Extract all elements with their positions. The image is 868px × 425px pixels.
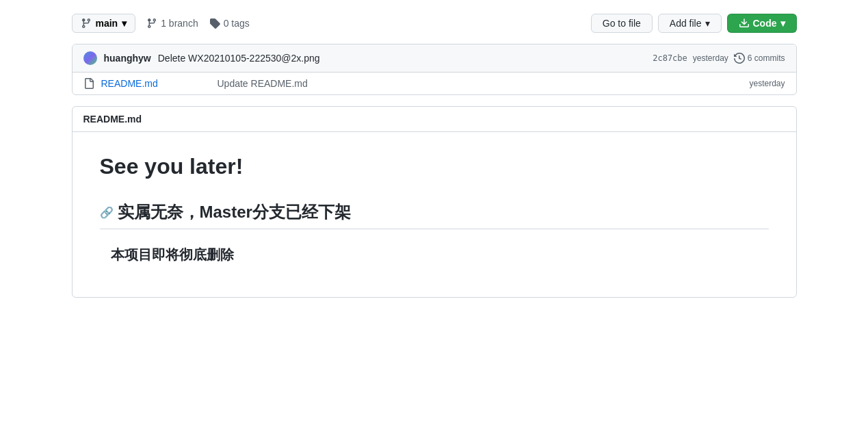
add-file-button[interactable]: Add file ▾ bbox=[658, 14, 722, 33]
commit-author[interactable]: huanghyw bbox=[104, 53, 151, 64]
branch-count-link[interactable]: 1 branch bbox=[146, 18, 198, 29]
branch-selector[interactable]: main ▾ bbox=[72, 14, 136, 33]
readme-section: README.md See you later! 🔗 实属无奈，Master分支… bbox=[72, 106, 797, 298]
readme-heading3: 本项目即将彻底删除 bbox=[100, 246, 769, 264]
commits-count: 6 commits bbox=[748, 53, 785, 63]
commits-link[interactable]: 6 commits bbox=[734, 53, 785, 64]
readme-title: README.md bbox=[83, 114, 142, 125]
branch-dropdown-icon: ▾ bbox=[122, 18, 127, 29]
table-row: README.md Update README.md yesterday bbox=[73, 73, 796, 94]
branch-icon bbox=[81, 18, 92, 29]
file-commit-message: Update README.md bbox=[218, 78, 743, 89]
file-icon bbox=[83, 78, 94, 89]
file-time: yesterday bbox=[749, 79, 785, 88]
top-bar-right: Go to file Add file ▾ Code ▾ bbox=[591, 14, 797, 33]
file-table: huanghyw Delete WX20210105-222530@2x.png… bbox=[72, 44, 797, 95]
readme-heading2: 🔗 实属无奈，Master分支已经下架 bbox=[100, 201, 769, 229]
commit-hash[interactable]: 2c87cbe bbox=[653, 53, 687, 63]
commit-bar: huanghyw Delete WX20210105-222530@2x.png… bbox=[73, 44, 796, 73]
history-icon bbox=[734, 53, 745, 64]
file-name[interactable]: README.md bbox=[101, 78, 211, 89]
readme-heading1: See you later! bbox=[100, 154, 769, 185]
branch-meta: 1 branch 0 tags bbox=[146, 18, 250, 29]
readme-body: See you later! 🔗 实属无奈，Master分支已经下架 本项目即将… bbox=[73, 132, 796, 297]
go-to-file-button[interactable]: Go to file bbox=[591, 14, 653, 33]
link-icon: 🔗 bbox=[100, 206, 114, 219]
branch-count-text: 1 branch bbox=[161, 18, 198, 29]
tag-icon bbox=[209, 18, 220, 29]
top-bar-left: main ▾ 1 branch 0 tags bbox=[72, 14, 250, 33]
commit-bar-right: 2c87cbe yesterday 6 commits bbox=[653, 53, 785, 64]
avatar bbox=[83, 51, 97, 65]
code-chevron: ▾ bbox=[780, 18, 785, 29]
readme-header: README.md bbox=[73, 107, 796, 132]
add-file-chevron: ▾ bbox=[705, 18, 710, 29]
branch-count-icon bbox=[146, 18, 157, 29]
top-bar: main ▾ 1 branch 0 tags bbox=[72, 14, 797, 33]
commit-message: Delete WX20210105-222530@2x.png bbox=[158, 53, 320, 64]
download-icon bbox=[739, 18, 750, 29]
tag-count-link[interactable]: 0 tags bbox=[209, 18, 250, 29]
code-button[interactable]: Code ▾ bbox=[727, 14, 797, 33]
commit-time: yesterday bbox=[693, 53, 728, 63]
tag-count-text: 0 tags bbox=[224, 18, 250, 29]
branch-name: main bbox=[96, 18, 118, 29]
